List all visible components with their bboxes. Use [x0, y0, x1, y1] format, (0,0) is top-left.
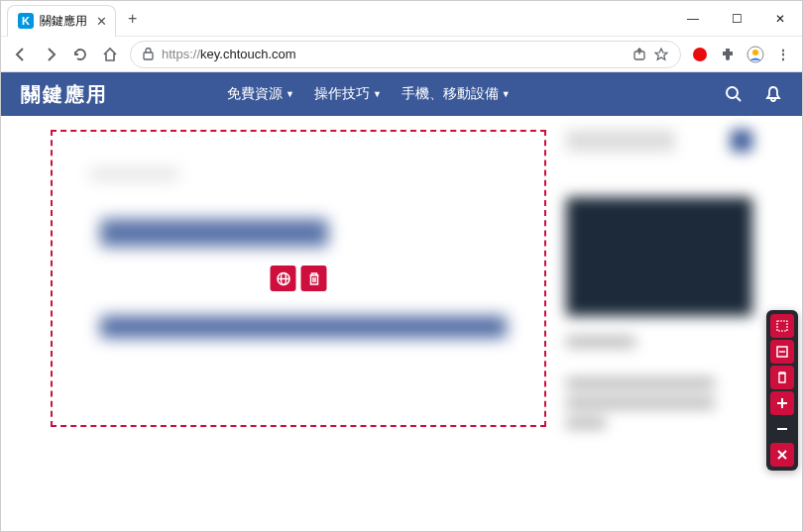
extension-icons: ⋮ [691, 46, 792, 63]
tool-trash-button[interactable] [770, 366, 794, 389]
profile-icon[interactable] [746, 46, 764, 63]
extensions-icon[interactable] [719, 46, 737, 63]
new-tab-button[interactable]: + [128, 10, 137, 28]
tool-select-button[interactable] [770, 314, 794, 338]
share-icon[interactable] [632, 48, 646, 61]
content-area: [ Microsoft Edge ]如何隱藏標題列，騰出更舒適的瀏覽空間？ 20… [1, 116, 802, 531]
selection-toolbar [271, 266, 327, 291]
tool-close-button[interactable] [770, 443, 794, 467]
selection-trash-button[interactable] [301, 266, 327, 291]
forward-button[interactable] [41, 45, 60, 64]
svg-rect-9 [777, 321, 787, 331]
tool-minus-button[interactable] [770, 417, 794, 441]
url-text: https://key.chtouch.com [162, 47, 296, 61]
search-icon[interactable] [725, 85, 743, 103]
back-button[interactable] [11, 45, 31, 64]
star-icon[interactable] [654, 48, 668, 61]
favicon-icon: K [18, 13, 34, 29]
floating-toolbar [766, 310, 798, 471]
reload-button[interactable] [70, 45, 90, 64]
browser-tab[interactable]: K 關鍵應用 ✕ [7, 5, 116, 37]
window-controls: — ☐ ✕ [671, 4, 802, 34]
extension-red-icon[interactable] [691, 46, 709, 63]
chevron-down-icon: ▼ [373, 89, 382, 99]
site-logo[interactable]: 關鍵應用 [21, 81, 108, 108]
svg-point-4 [727, 87, 738, 98]
tool-plus-button[interactable] [770, 391, 794, 415]
nav-menu-item-2[interactable]: 手機、移動設備▼ [402, 85, 511, 103]
nav-menu: 免費資源▼ 操作技巧▼ 手機、移動設備▼ [227, 85, 511, 103]
url-box[interactable]: https://key.chtouch.com [130, 41, 681, 68]
selection-globe-button[interactable] [271, 266, 296, 291]
maximize-button[interactable]: ☐ [715, 4, 758, 34]
close-window-button[interactable]: ✕ [758, 4, 802, 34]
tool-expand-button[interactable] [770, 340, 794, 364]
minimize-button[interactable]: — [671, 4, 715, 34]
nav-right [725, 85, 782, 103]
chevron-down-icon: ▼ [502, 89, 511, 99]
nav-menu-item-0[interactable]: 免費資源▼ [227, 85, 294, 103]
address-bar: https://key.chtouch.com ⋮ [1, 37, 802, 72]
window-titlebar: K 關鍵應用 ✕ + — ☐ ✕ [1, 1, 802, 37]
menu-icon[interactable]: ⋮ [774, 46, 792, 63]
svg-rect-0 [144, 53, 153, 59]
tab-close-icon[interactable]: ✕ [96, 14, 107, 29]
nav-menu-item-1[interactable]: 操作技巧▼ [314, 85, 382, 103]
home-button[interactable] [100, 45, 120, 64]
bell-icon[interactable] [764, 85, 782, 103]
tab-title: 關鍵應用 [40, 13, 87, 30]
lock-icon [143, 48, 154, 60]
selection-box[interactable] [51, 130, 546, 427]
side-column [566, 130, 752, 531]
chevron-down-icon: ▼ [286, 89, 294, 99]
svg-point-3 [752, 50, 758, 55]
site-navbar: 關鍵應用 免費資源▼ 操作技巧▼ 手機、移動設備▼ [1, 72, 802, 116]
svg-line-5 [737, 97, 741, 101]
main-column: [ Microsoft Edge ]如何隱藏標題列，騰出更舒適的瀏覽空間？ 20… [51, 130, 546, 531]
